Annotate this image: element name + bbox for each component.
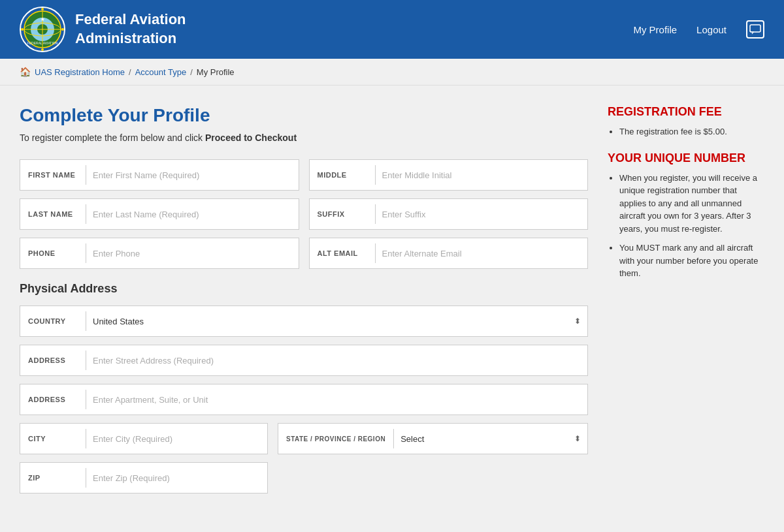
alt-email-input[interactable] [376, 243, 588, 264]
physical-address-heading: Physical Address [20, 282, 588, 296]
first-name-group: FIRST NAME [20, 159, 299, 191]
breadcrumb-sep-2: / [190, 67, 193, 77]
reg-fee-list: The registration fee is $5.00. [608, 125, 764, 138]
chat-icon[interactable] [746, 20, 764, 39]
breadcrumb: 🏠 UAS Registration Home / Account Type /… [0, 59, 784, 86]
suffix-group: SUFFIX [309, 198, 589, 230]
state-group: STATE / PROVINCE / REGION Select Alabama… [278, 423, 588, 454]
phone-group: PHONE [20, 238, 299, 269]
city-label: CITY [20, 430, 86, 448]
my-profile-link[interactable]: My Profile [633, 24, 677, 35]
address2-label: ADDRESS [20, 390, 86, 409]
address1-input[interactable] [86, 351, 587, 371]
faa-logo: ★ FEDERAL AVIATION [20, 7, 65, 52]
svg-text:FEDERAL AVIATION: FEDERAL AVIATION [27, 41, 58, 45]
address2-input[interactable] [86, 390, 587, 410]
middle-group: MIDDLE [309, 159, 589, 191]
address2-group: ADDRESS [20, 384, 588, 415]
address1-label: ADDRESS [20, 351, 86, 369]
suffix-input[interactable] [376, 204, 588, 225]
page-subtitle: To register complete the form below and … [20, 133, 588, 143]
last-name-label: LAST NAME [20, 205, 86, 223]
breadcrumb-sep-1: / [129, 67, 131, 77]
svg-point-11 [61, 28, 64, 31]
alt-email-group: ALT EMAIL [309, 238, 589, 269]
registration-fee-section: REGISTRATION FEE The registration fee is… [608, 105, 764, 138]
suffix-label: SUFFIX [310, 205, 375, 223]
middle-label: MIDDLE [310, 166, 375, 184]
alt-email-label: ALT EMAIL [310, 244, 375, 262]
country-label: COUNTRY [20, 312, 86, 330]
first-name-label: FIRST NAME [20, 166, 86, 184]
unique-number-item-2: You MUST mark any and all aircraft with … [619, 242, 764, 280]
address-row-1: ADDRESS [20, 345, 588, 376]
country-group: COUNTRY United States Canada Mexico Othe… [20, 305, 588, 337]
unique-number-list: When you register, you will receive a un… [608, 172, 764, 280]
svg-point-9 [41, 48, 44, 51]
unique-number-title: YOUR UNIQUE NUMBER [608, 151, 764, 165]
phone-label: PHONE [20, 244, 86, 262]
site-title: Federal Aviation Administration [75, 10, 186, 48]
breadcrumb-home-link[interactable]: UAS Registration Home [35, 67, 125, 77]
city-state-row: CITY STATE / PROVINCE / REGION Select Al… [20, 423, 588, 454]
form-row-1: FIRST NAME MIDDLE [20, 159, 588, 191]
reg-fee-item: The registration fee is $5.00. [619, 125, 764, 138]
breadcrumb-current: My Profile [197, 67, 235, 77]
country-select[interactable]: United States Canada Mexico Other [86, 311, 587, 332]
form-row-2: LAST NAME SUFFIX [20, 198, 588, 230]
zip-row: ZIP [20, 462, 588, 493]
svg-point-10 [21, 28, 24, 31]
middle-input[interactable] [376, 165, 588, 185]
city-group: CITY [20, 423, 268, 454]
svg-text:★: ★ [41, 17, 45, 22]
logout-link[interactable]: Logout [696, 24, 727, 35]
svg-point-8 [41, 8, 44, 10]
address-row-2: ADDRESS [20, 384, 588, 415]
zip-input[interactable] [86, 468, 267, 488]
home-icon: 🏠 [20, 67, 31, 77]
state-select-wrapper: Select Alabama Alaska Arizona Arkansas C… [394, 429, 587, 449]
country-select-wrapper: United States Canada Mexico Other [86, 311, 587, 332]
header-nav: My Profile Logout [633, 20, 764, 39]
zip-label: ZIP [20, 469, 86, 487]
address1-group: ADDRESS [20, 345, 588, 376]
state-label: STATE / PROVINCE / REGION [278, 430, 393, 448]
form-row-3: PHONE ALT EMAIL [20, 238, 588, 269]
site-header: ★ FEDERAL AVIATION Federal Aviation Admi… [0, 0, 784, 59]
zip-group: ZIP [20, 462, 268, 493]
city-input[interactable] [86, 429, 267, 449]
main-container: Complete Your Profile To register comple… [0, 86, 784, 521]
reg-fee-title: REGISTRATION FEE [608, 105, 764, 119]
sidebar: REGISTRATION FEE The registration fee is… [608, 105, 764, 501]
phone-input[interactable] [86, 243, 299, 264]
unique-number-section: YOUR UNIQUE NUMBER When you register, yo… [608, 151, 764, 280]
breadcrumb-account-type-link[interactable]: Account Type [135, 67, 187, 77]
country-row: COUNTRY United States Canada Mexico Othe… [20, 305, 588, 337]
unique-number-item-1: When you register, you will receive a un… [619, 172, 764, 236]
last-name-input[interactable] [86, 204, 299, 225]
svg-rect-13 [750, 25, 760, 32]
form-section: Complete Your Profile To register comple… [20, 105, 588, 501]
state-select[interactable]: Select Alabama Alaska Arizona Arkansas C… [394, 429, 587, 449]
header-logo-area: ★ FEDERAL AVIATION Federal Aviation Admi… [20, 7, 186, 52]
page-title: Complete Your Profile [20, 105, 588, 126]
first-name-input[interactable] [86, 165, 299, 185]
last-name-group: LAST NAME [20, 198, 299, 230]
